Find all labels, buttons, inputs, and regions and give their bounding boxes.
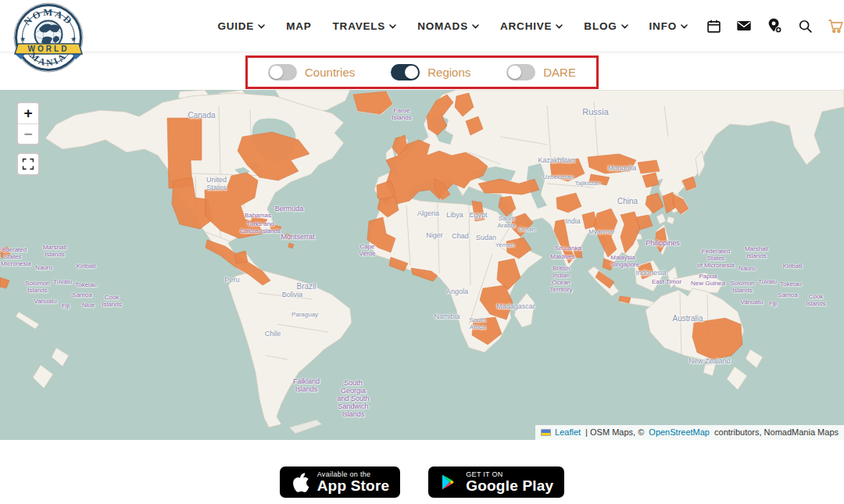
ukraine-flag-icon	[541, 429, 551, 436]
apple-icon	[291, 471, 309, 493]
chevron-down-icon	[556, 24, 563, 29]
map-canvas[interactable]: Federated States of MicronesiaMarshall I…	[0, 90, 844, 440]
search-icon[interactable]	[796, 17, 814, 34]
google-play-badge[interactable]: GET IT ON Google Play	[428, 466, 564, 498]
logo-graphic: NOMAD ★ ★ WORLD MANIA	[13, 2, 84, 73]
toggle-knob	[508, 66, 521, 79]
toggle-regions[interactable]: Regions	[391, 64, 470, 80]
nav-item-info[interactable]: INFO	[649, 20, 688, 32]
leaflet-link[interactable]: Leaflet	[555, 427, 581, 437]
toggle-knob	[405, 66, 418, 79]
attribution-text: | OSM Maps, ©	[583, 427, 646, 437]
main-nav: GUIDEMAPTRAVELSNOMADSARCHIVEBLOGINFO	[217, 20, 699, 32]
chevron-down-icon	[621, 24, 628, 29]
badge-store-name: App Store	[317, 478, 390, 495]
nav-item-archive[interactable]: ARCHIVE	[500, 20, 563, 32]
header-icons	[705, 17, 844, 34]
site-header: GUIDEMAPTRAVELSNOMADSARCHIVEBLOGINFO	[0, 0, 844, 52]
google-play-icon	[439, 472, 458, 492]
nav-item-label: MAP	[286, 20, 311, 32]
toggle-switch[interactable]	[268, 64, 297, 80]
nav-item-map[interactable]: MAP	[286, 20, 311, 32]
toggle-switch[interactable]	[391, 64, 420, 80]
nav-item-guide[interactable]: GUIDE	[217, 20, 265, 32]
chevron-down-icon	[681, 24, 688, 29]
map-zoom-control: + −	[16, 102, 40, 145]
nav-item-label: INFO	[649, 20, 677, 32]
zoom-in-button[interactable]: +	[18, 103, 38, 123]
svg-text:★: ★	[70, 35, 77, 43]
svg-text:★: ★	[20, 35, 26, 43]
toggle-label: Regions	[427, 66, 470, 79]
toggle-switch[interactable]	[506, 64, 535, 80]
toggle-countries[interactable]: Countries	[268, 64, 355, 80]
cart-icon[interactable]	[827, 17, 844, 34]
toggle-label: DARE	[543, 66, 576, 79]
nomadmania-page: GUIDEMAPTRAVELSNOMADSARCHIVEBLOGINFO	[0, 0, 844, 504]
view-toggle-group: CountriesRegionsDARE	[245, 55, 599, 89]
nav-item-label: TRAVELS	[333, 20, 386, 32]
app-store-badge[interactable]: Available on the App Store	[280, 466, 401, 498]
add-location-icon[interactable]	[766, 17, 783, 34]
calendar-icon[interactable]	[705, 17, 722, 34]
attribution-text-2: contributors, NomadMania Maps	[712, 427, 839, 437]
toggle-label: Countries	[305, 66, 355, 79]
badge-store-name: Google Play	[466, 478, 553, 495]
zoom-out-button[interactable]: −	[18, 123, 38, 144]
openstreetmap-link[interactable]: OpenStreetMap	[649, 427, 710, 437]
world-map-svg	[0, 90, 844, 440]
nav-item-label: ARCHIVE	[500, 20, 552, 32]
mail-icon[interactable]	[735, 17, 753, 34]
chevron-down-icon	[389, 24, 396, 29]
nav-item-travels[interactable]: TRAVELS	[333, 20, 397, 32]
badge-text: GET IT ON Google Play	[466, 470, 553, 495]
chevron-down-icon	[258, 24, 265, 29]
nav-item-blog[interactable]: BLOG	[584, 20, 628, 32]
fullscreen-button[interactable]	[16, 152, 40, 176]
nav-item-label: BLOG	[584, 20, 617, 32]
chevron-down-icon	[472, 24, 479, 29]
map-attribution: Leaflet | OSM Maps, © OpenStreetMap cont…	[535, 425, 844, 440]
nav-item-label: GUIDE	[217, 20, 254, 32]
nav-item-label: NOMADS	[417, 20, 468, 32]
toggle-dare[interactable]: DARE	[506, 64, 576, 80]
nomadmania-logo[interactable]: NOMAD ★ ★ WORLD MANIA	[13, 2, 84, 73]
nav-item-nomads[interactable]: NOMADS	[417, 20, 479, 32]
fullscreen-icon	[22, 158, 34, 170]
store-badges: Available on the App Store GET IT ON Goo…	[0, 466, 844, 498]
toggle-knob	[270, 66, 283, 79]
badge-text: Available on the App Store	[317, 470, 390, 495]
